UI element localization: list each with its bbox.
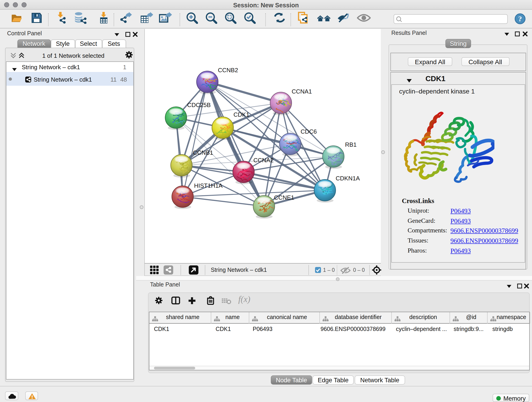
svg-text:CCNA2: CCNA2 [253, 157, 273, 163]
svg-text:CDKN1A: CDKN1A [336, 175, 360, 182]
svg-text:CCNA1: CCNA1 [292, 88, 312, 95]
svg-text:CCNB2: CCNB2 [218, 66, 238, 73]
svg-text:RB1: RB1 [345, 141, 357, 148]
svg-text:CCNE1: CCNE1 [274, 194, 294, 201]
svg-text:CDK1: CDK1 [234, 111, 249, 118]
svg-text:CDC25B: CDC25B [187, 101, 211, 108]
svg-text:?: ? [518, 15, 522, 23]
svg-text:CDC6: CDC6 [301, 128, 317, 135]
svg-text:CCNB1: CCNB1 [193, 149, 213, 156]
svg-text:HIST1H1A: HIST1H1A [194, 182, 223, 189]
